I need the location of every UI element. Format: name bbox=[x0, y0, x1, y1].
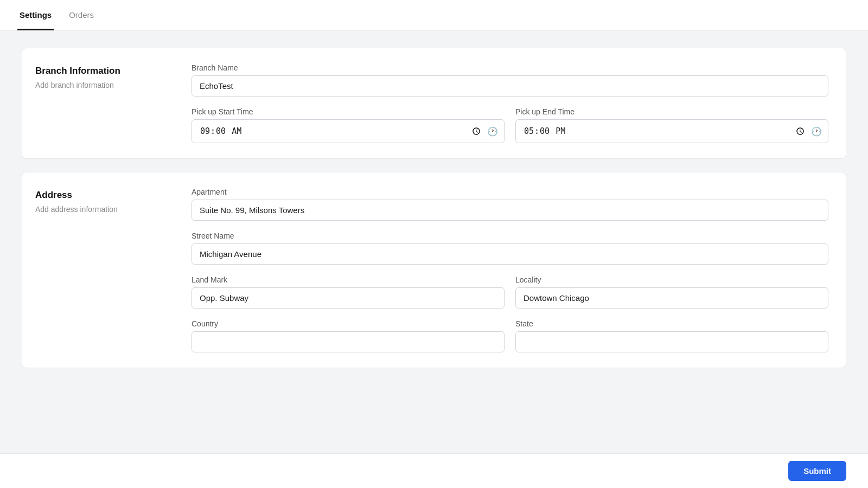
country-group: Country bbox=[192, 319, 505, 352]
tabs-bar: Settings Orders bbox=[0, 0, 868, 30]
pickup-end-input[interactable] bbox=[515, 119, 828, 143]
tab-orders[interactable]: Orders bbox=[67, 1, 96, 30]
apartment-input[interactable] bbox=[192, 200, 828, 221]
pickup-start-input[interactable] bbox=[192, 119, 505, 143]
street-label: Street Name bbox=[192, 232, 828, 240]
branch-info-subtitle: Add branch information bbox=[35, 81, 161, 89]
address-card: Address Add address information Apartmen… bbox=[22, 172, 846, 368]
pickup-start-wrapper: 🕐 bbox=[192, 119, 505, 143]
branch-information-card: Branch Information Add branch informatio… bbox=[22, 48, 846, 159]
apartment-label: Apartment bbox=[192, 188, 828, 196]
landmark-input[interactable] bbox=[192, 287, 505, 309]
state-label: State bbox=[515, 319, 828, 328]
state-group: State bbox=[515, 319, 828, 352]
pickup-times-row: Pick up Start Time 🕐 Pick up End Time 🕐 bbox=[192, 107, 828, 143]
address-subtitle: Add address information bbox=[35, 205, 161, 214]
address-title: Address bbox=[35, 190, 161, 201]
branch-info-right: Branch Name Pick up Start Time 🕐 Pick up… bbox=[174, 48, 846, 158]
landmark-locality-row: Land Mark Locality bbox=[192, 275, 828, 309]
page-wrapper: Settings Orders Branch Information Add b… bbox=[0, 0, 868, 488]
branch-name-input[interactable] bbox=[192, 75, 828, 97]
country-input[interactable] bbox=[192, 331, 505, 352]
address-left: Address Add address information bbox=[22, 172, 174, 368]
country-label: Country bbox=[192, 319, 505, 328]
locality-input[interactable] bbox=[515, 287, 828, 309]
locality-group: Locality bbox=[515, 275, 828, 309]
branch-info-title: Branch Information bbox=[35, 66, 161, 76]
state-input[interactable] bbox=[515, 331, 828, 352]
street-group: Street Name bbox=[192, 232, 828, 265]
pickup-end-label: Pick up End Time bbox=[515, 107, 828, 116]
content-area: Branch Information Add branch informatio… bbox=[0, 30, 868, 488]
branch-name-label: Branch Name bbox=[192, 63, 828, 72]
branch-name-group: Branch Name bbox=[192, 63, 828, 97]
street-input[interactable] bbox=[192, 243, 828, 265]
tab-settings[interactable]: Settings bbox=[17, 1, 54, 30]
pickup-start-group: Pick up Start Time 🕐 bbox=[192, 107, 505, 143]
locality-label: Locality bbox=[515, 275, 828, 284]
country-state-row: Country State bbox=[192, 319, 828, 352]
submit-button[interactable]: Submit bbox=[788, 461, 846, 481]
pickup-end-group: Pick up End Time 🕐 bbox=[515, 107, 828, 143]
address-right: Apartment Street Name Land Mark Locality bbox=[174, 172, 846, 368]
footer-bar: Submit bbox=[0, 453, 868, 488]
landmark-label: Land Mark bbox=[192, 275, 505, 284]
branch-info-left: Branch Information Add branch informatio… bbox=[22, 48, 174, 158]
landmark-group: Land Mark bbox=[192, 275, 505, 309]
apartment-group: Apartment bbox=[192, 188, 828, 221]
pickup-end-wrapper: 🕐 bbox=[515, 119, 828, 143]
pickup-start-label: Pick up Start Time bbox=[192, 107, 505, 116]
